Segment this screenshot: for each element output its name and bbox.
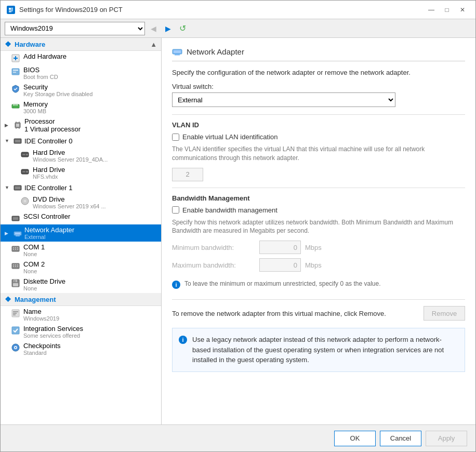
sidebar-item-com1[interactable]: COM 1 None xyxy=(1,242,161,259)
processor-toggle-arrow: ▶ xyxy=(5,123,11,128)
window-controls: — □ ✕ xyxy=(425,4,469,16)
max-bandwidth-row: Maximum bandwidth: Mbps xyxy=(172,258,465,272)
add-hardware-name: Add Hardware xyxy=(23,52,157,60)
management-section-icon: ❖ xyxy=(5,295,11,303)
maximize-button[interactable]: □ xyxy=(440,4,454,16)
network-adapter-toggle-arrow: ▶ xyxy=(5,231,11,236)
ok-button[interactable]: OK xyxy=(334,431,376,446)
sidebar-item-name[interactable]: Name Windows2019 xyxy=(1,306,161,323)
refresh-button[interactable]: ↺ xyxy=(176,22,189,35)
panel-header: Network Adapter xyxy=(172,46,465,61)
bottom-bar: OK Cancel Apply xyxy=(1,424,475,451)
svg-point-51 xyxy=(15,264,16,265)
vlan-checkbox-label[interactable]: Enable virtual LAN identification xyxy=(182,133,278,141)
svg-point-46 xyxy=(17,247,18,248)
info-icon: i xyxy=(172,281,180,289)
scsi-text: SCSI Controller xyxy=(23,212,157,220)
svg-point-52 xyxy=(15,266,16,267)
vm-dropdown[interactable]: Windows2019 xyxy=(5,22,145,35)
sidebar-scroll-up[interactable]: ▲ xyxy=(150,41,157,48)
vlan-description: The VLAN identifier specifies the virtua… xyxy=(172,145,465,163)
svg-point-49 xyxy=(13,264,14,265)
sidebar-item-com2[interactable]: COM 2 None xyxy=(1,259,161,276)
ide1-icon xyxy=(13,183,22,192)
min-bandwidth-label: Minimum bandwidth: xyxy=(172,244,255,251)
sidebar-item-checkpoints[interactable]: Checkpoints Standard xyxy=(1,340,161,357)
memory-name: Memory xyxy=(23,100,157,108)
bandwidth-section-title: Bandwidth Management xyxy=(172,194,465,202)
sidebar-item-integration-services[interactable]: Integration Services Some services offer… xyxy=(1,323,161,340)
sidebar-item-security[interactable]: Security Key Storage Drive disabled xyxy=(1,82,161,99)
close-button[interactable]: ✕ xyxy=(456,4,469,16)
svg-rect-11 xyxy=(13,104,14,105)
sidebar-item-processor[interactable]: ▶ Processor 1 Virtual processor xyxy=(1,116,161,135)
back-button[interactable]: ◀ xyxy=(147,22,160,35)
titlebar-left: Settings for Windows2019 on PCT xyxy=(7,6,123,14)
sidebar-item-dvd-drive[interactable]: DVD Drive Windows Server 2019 x64 ... xyxy=(1,194,161,211)
svg-point-35 xyxy=(24,201,25,202)
sidebar-item-bios[interactable]: BIOS Boot from CD xyxy=(1,64,161,82)
svg-rect-9 xyxy=(13,72,16,73)
svg-rect-24 xyxy=(15,140,20,142)
bios-text: BIOS Boot from CD xyxy=(23,66,157,80)
virtual-switch-group: Virtual switch: External Internal Privat… xyxy=(172,83,465,107)
vlan-checkbox[interactable] xyxy=(172,134,179,141)
com1-icon xyxy=(11,244,20,254)
panel-title: Network Adapter xyxy=(187,47,244,56)
svg-point-29 xyxy=(27,171,28,172)
bandwidth-checkbox[interactable] xyxy=(172,206,179,214)
checkpoints-text: Checkpoints Standard xyxy=(23,342,157,356)
sidebar: ❖ Hardware ▲ Add Hardware BIOS xyxy=(1,38,162,424)
window-title: Settings for Windows2019 on PCT xyxy=(19,6,123,14)
sidebar-item-ide0[interactable]: ▼ IDE Controller 0 xyxy=(1,135,161,147)
max-bandwidth-label: Maximum bandwidth: xyxy=(172,261,255,269)
sidebar-item-diskette[interactable]: Diskette Drive None xyxy=(1,276,161,293)
bandwidth-description: Specify how this network adapter utilize… xyxy=(172,218,465,236)
network-adapter-sub: External xyxy=(24,234,157,240)
management-section-label: Management xyxy=(15,296,56,303)
security-sub: Key Storage Drive disabled xyxy=(23,91,157,97)
ide0-icon xyxy=(13,136,22,145)
svg-rect-30 xyxy=(22,171,25,172)
sidebar-item-network-adapter[interactable]: ▶ Network Adapter External xyxy=(1,224,161,242)
ide1-toggle-arrow: ▼ xyxy=(5,185,11,190)
security-icon xyxy=(11,84,20,94)
hard-drive-1-icon xyxy=(20,150,30,159)
apply-button[interactable]: Apply xyxy=(426,431,467,446)
ide1-text: IDE Controller 1 xyxy=(24,184,157,192)
panel-description: Specify the configuration of the network… xyxy=(172,69,465,76)
virtual-switch-select[interactable]: External Internal Private Default Switch xyxy=(172,92,395,107)
network-adapter-icon xyxy=(13,229,22,238)
svg-point-66 xyxy=(15,347,17,349)
svg-rect-12 xyxy=(15,104,16,105)
processor-text: Processor 1 Virtual processor xyxy=(24,117,157,133)
hardware-section-icon: ❖ xyxy=(5,40,11,48)
diskette-icon xyxy=(11,278,20,288)
sidebar-item-add-hardware[interactable]: Add Hardware xyxy=(1,51,161,64)
sidebar-item-hard-drive-2[interactable]: Hard Drive NFS.vhdx xyxy=(1,164,161,181)
vlan-checkbox-row: Enable virtual LAN identification xyxy=(172,133,465,141)
toolbar: Windows2019 ◀ ▶ ↺ xyxy=(1,19,475,38)
bandwidth-checkbox-label[interactable]: Enable bandwidth management xyxy=(182,206,277,214)
svg-point-26 xyxy=(27,154,28,155)
remove-description: To remove the network adapter from this … xyxy=(172,310,386,317)
svg-rect-14 xyxy=(17,104,18,105)
sidebar-item-memory[interactable]: Memory 3000 MB xyxy=(1,99,161,116)
app-icon xyxy=(7,6,15,14)
sidebar-item-hard-drive-1[interactable]: Hard Drive Windows Server 2019_4DA... xyxy=(1,147,161,164)
svg-rect-8 xyxy=(13,70,18,71)
hard-drive-2-icon xyxy=(20,167,30,176)
sidebar-item-ide1[interactable]: ▼ IDE Controller 1 xyxy=(1,181,161,194)
legacy-info-box: i Use a legacy network adapter instead o… xyxy=(172,328,465,372)
svg-rect-1 xyxy=(9,8,11,10)
sidebar-item-scsi[interactable]: SCSI Controller xyxy=(1,211,161,224)
forward-button[interactable]: ▶ xyxy=(162,22,174,35)
svg-point-54 xyxy=(17,266,18,267)
svg-rect-4 xyxy=(9,10,13,11)
divider-3 xyxy=(172,299,465,300)
cancel-button[interactable]: Cancel xyxy=(380,431,421,446)
bandwidth-checkbox-row: Enable bandwidth management xyxy=(172,206,465,214)
legacy-info-icon: i xyxy=(179,336,187,344)
remove-button[interactable]: Remove xyxy=(424,306,465,321)
minimize-button[interactable]: — xyxy=(425,4,438,16)
